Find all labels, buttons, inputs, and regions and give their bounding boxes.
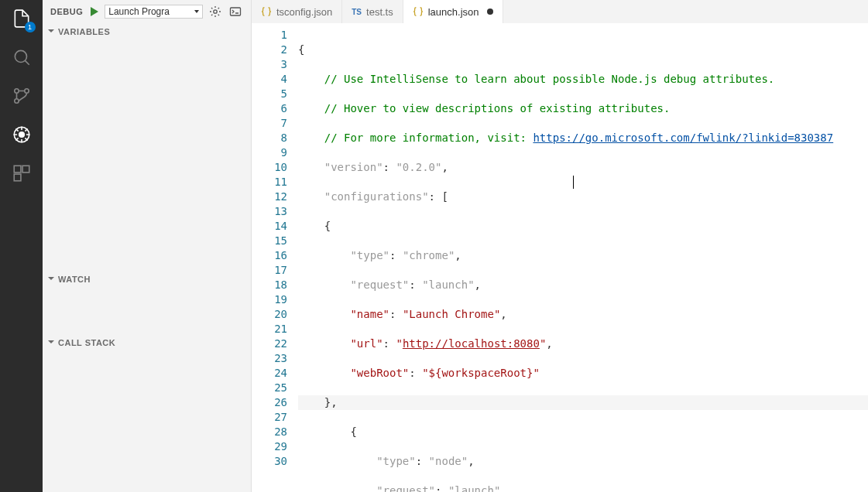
svg-point-3 — [24, 89, 28, 93]
extensions-icon[interactable] — [9, 161, 34, 186]
activity-bar: 1 — [0, 0, 43, 492]
line-gutter: 1234567891011121314151617181920212223242… — [252, 23, 298, 492]
svg-point-2 — [14, 89, 18, 93]
gear-icon[interactable] — [208, 4, 223, 19]
editor-group: tsconfig.json TS test.ts launch.json 123… — [252, 0, 868, 492]
watch-label: WATCH — [58, 275, 91, 284]
variables-label: VARIABLES — [58, 27, 110, 36]
debug-sidebar: DEBUG Launch Progra VARIABLES WATCH CALL… — [43, 0, 252, 492]
git-icon[interactable] — [9, 84, 34, 108]
svg-rect-11 — [231, 8, 241, 15]
search-icon[interactable] — [9, 45, 34, 70]
text-cursor — [573, 176, 574, 189]
svg-point-6 — [19, 132, 24, 138]
chevron-down-icon — [47, 27, 55, 36]
svg-line-1 — [25, 60, 29, 64]
tab-launch-json[interactable]: launch.json — [403, 0, 503, 23]
dirty-indicator-icon — [487, 9, 493, 15]
debug-header: DEBUG Launch Progra — [43, 0, 251, 23]
callstack-label: CALL STACK — [58, 338, 115, 347]
code-content[interactable]: { // Use IntelliSense to learn about pos… — [298, 23, 868, 492]
json-icon — [261, 6, 272, 17]
tab-label: test.ts — [366, 6, 393, 18]
debug-config-select[interactable]: Launch Progra — [105, 5, 203, 19]
chevron-down-icon — [47, 275, 55, 284]
json-icon — [413, 6, 424, 17]
svg-rect-7 — [14, 166, 21, 173]
tab-label: launch.json — [428, 6, 479, 18]
tab-test-ts[interactable]: TS test.ts — [342, 0, 403, 23]
tab-bar: tsconfig.json TS test.ts launch.json — [252, 0, 868, 23]
svg-rect-8 — [22, 166, 29, 173]
start-debug-button[interactable] — [87, 5, 100, 18]
svg-point-4 — [14, 99, 18, 103]
tab-tsconfig[interactable]: tsconfig.json — [252, 0, 342, 23]
svg-rect-9 — [14, 174, 21, 181]
debug-title: DEBUG — [50, 7, 83, 16]
ts-icon: TS — [352, 8, 362, 16]
console-icon[interactable] — [228, 4, 243, 19]
debug-icon[interactable] — [9, 122, 34, 147]
variables-body — [43, 40, 251, 271]
explorer-icon[interactable]: 1 — [9, 6, 34, 31]
watch-body — [43, 288, 251, 334]
watch-section-header[interactable]: WATCH — [43, 271, 251, 288]
svg-point-0 — [15, 50, 26, 62]
chevron-down-icon — [47, 338, 55, 347]
svg-point-10 — [214, 10, 217, 13]
variables-section-header[interactable]: VARIABLES — [43, 23, 251, 40]
tab-label: tsconfig.json — [276, 6, 332, 18]
callstack-section-header[interactable]: CALL STACK — [43, 334, 251, 351]
badge: 1 — [25, 22, 36, 32]
code-editor[interactable]: 1234567891011121314151617181920212223242… — [252, 23, 868, 492]
